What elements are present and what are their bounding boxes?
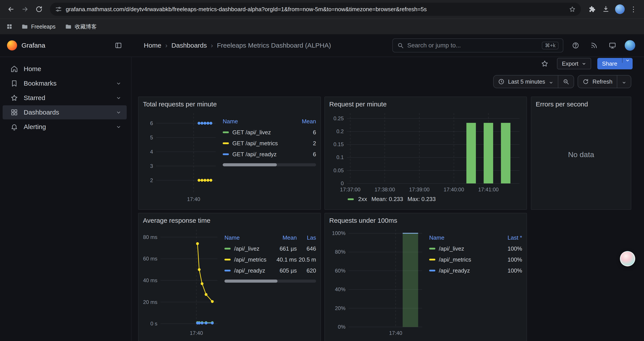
- dashboard-main: Export Share Last 5 minutes: [132, 57, 644, 341]
- panel-title[interactable]: Average response time: [143, 217, 316, 224]
- svg-text:6: 6: [150, 120, 153, 126]
- user-avatar[interactable]: [625, 40, 635, 51]
- search-input[interactable]: [407, 42, 538, 49]
- back-button[interactable]: [4, 3, 18, 16]
- scrollbar-thumb[interactable]: [224, 279, 278, 283]
- scrollbar-thumb[interactable]: [223, 163, 277, 166]
- refresh-interval-dropdown[interactable]: [617, 76, 631, 88]
- legend-series[interactable]: GET /api/_metrics: [223, 140, 293, 147]
- breadcrumb-item[interactable]: Dashboards: [172, 42, 207, 49]
- legend-series[interactable]: GET /api/_readyz: [223, 151, 293, 158]
- legend-series[interactable]: /api/_metrics: [224, 256, 269, 263]
- series-swatch: [348, 198, 354, 200]
- panel-title[interactable]: Requests under 100ms: [329, 217, 522, 224]
- grafana-logo[interactable]: [7, 40, 17, 51]
- chevron-down-icon: [549, 79, 554, 84]
- legend-row: /api/_livez100%: [429, 243, 522, 254]
- legend-series[interactable]: /api/_livez: [224, 245, 269, 252]
- monitor-icon[interactable]: [606, 39, 618, 52]
- refresh-button[interactable]: Refresh: [578, 76, 617, 88]
- legend-col-name[interactable]: Name: [429, 234, 501, 241]
- extensions-icon[interactable]: [585, 3, 598, 16]
- sidebar-item-label: Bookmarks: [24, 80, 110, 87]
- svg-text:5: 5: [150, 135, 153, 140]
- rss-icon[interactable]: [588, 39, 600, 52]
- legend-row: GET /api/_metrics2: [223, 138, 316, 149]
- svg-text:17:40: 17:40: [187, 196, 200, 202]
- legend-value: 100%: [501, 245, 522, 252]
- brand-label: Grafana: [22, 42, 108, 49]
- legend-col-name[interactable]: Name: [224, 234, 269, 241]
- legend-col-name[interactable]: Name: [223, 118, 293, 125]
- svg-text:0.2: 0.2: [336, 128, 344, 134]
- chevron-down-icon[interactable]: [116, 124, 122, 130]
- legend-col[interactable]: Mean: [269, 234, 297, 241]
- sidebar-item-bookmarks[interactable]: Bookmarks: [3, 76, 127, 90]
- timeseries-chart[interactable]: 80 ms60 ms40 ms20 ms0 s17:40: [143, 227, 220, 337]
- legend-series[interactable]: /api/_metrics: [429, 256, 501, 263]
- legend-series-name[interactable]: 2xx: [358, 196, 367, 203]
- svg-text:0: 0: [341, 180, 344, 186]
- legend-col[interactable]: Las: [297, 234, 316, 241]
- legend-inline[interactable]: 2xx Mean: 0.233 Max: 0.233: [329, 196, 522, 203]
- dashboard-actions: Export Share: [132, 57, 644, 70]
- chevron-down-icon[interactable]: [116, 81, 122, 86]
- download-icon[interactable]: [599, 3, 612, 16]
- search-box[interactable]: ⌘+k: [392, 38, 563, 53]
- breadcrumb-item[interactable]: Home: [144, 42, 161, 49]
- chevron-down-icon[interactable]: [116, 95, 122, 101]
- sidebar-item-alerting[interactable]: Alerting: [3, 120, 127, 134]
- site-settings-icon[interactable]: [55, 6, 62, 13]
- legend-scrollbar[interactable]: [224, 279, 316, 283]
- legend-col[interactable]: Mean: [293, 118, 316, 125]
- legend-series[interactable]: GET /api/_livez: [223, 129, 293, 136]
- breadcrumb: Home›Dashboards›Freeleaps Metrics Dashbo…: [144, 42, 331, 49]
- legend-row: /api/_livez661 µs646: [224, 243, 316, 254]
- sidebar-item-starred[interactable]: Starred: [3, 91, 127, 105]
- bar-chart[interactable]: 0.250.20.150.10.05017:37:0017:38:0017:39…: [329, 111, 522, 194]
- share-button[interactable]: Share: [597, 58, 632, 69]
- legend-scrollbar[interactable]: [223, 163, 316, 166]
- menu-kebab-icon[interactable]: ⋮: [627, 5, 640, 14]
- bookmark-star-icon[interactable]: [569, 6, 576, 13]
- forward-button[interactable]: [18, 3, 32, 16]
- export-button[interactable]: Export: [557, 58, 591, 69]
- dashboard-canvas: Total requests per minute 6543217:40 Nam…: [132, 91, 644, 341]
- panel-title[interactable]: Request per minute: [329, 101, 522, 108]
- bookmark-item[interactable]: Freeleaps: [22, 23, 56, 30]
- share-dropdown[interactable]: [622, 58, 632, 63]
- url-text[interactable]: grafana.mathmast.com/d/deytv4rwavabkb/fr…: [66, 6, 565, 13]
- reload-button[interactable]: [32, 3, 46, 16]
- refresh-label: Refresh: [592, 78, 612, 85]
- search-icon: [397, 42, 404, 49]
- bar-chart[interactable]: 100%80%60%40%20%0%17:40: [329, 227, 425, 337]
- time-range-picker[interactable]: Last 5 minutes: [494, 76, 558, 88]
- help-icon[interactable]: [570, 39, 582, 52]
- zoom-out-button[interactable]: [558, 76, 574, 88]
- address-bar[interactable]: grafana.mathmast.com/d/deytv4rwavabkb/fr…: [50, 3, 581, 16]
- favorite-star-icon[interactable]: [538, 58, 551, 70]
- svg-text:0.15: 0.15: [334, 141, 344, 147]
- legend-value: 2: [293, 140, 316, 147]
- legend-series[interactable]: /api/_readyz: [224, 267, 269, 274]
- sidebar-nav: HomeBookmarksStarredDashboardsAlerting: [0, 57, 132, 341]
- apps-grid-icon[interactable]: [6, 23, 13, 30]
- breadcrumb-item[interactable]: Freeleaps Metrics Dashboard (ALPHA): [217, 42, 331, 49]
- legend-col[interactable]: Last *: [501, 234, 522, 241]
- profile-avatar[interactable]: [613, 3, 626, 16]
- sidebar-item-home[interactable]: Home: [3, 62, 127, 76]
- dock-menu-icon[interactable]: [112, 39, 124, 52]
- timeseries-chart[interactable]: 6543217:40: [143, 111, 218, 204]
- legend-table: NameMeanLas/api/_livez661 µs646/api/_met…: [220, 227, 316, 283]
- chevron-down-icon[interactable]: [116, 110, 122, 115]
- sidebar-header: Grafana: [0, 39, 132, 52]
- svg-text:0.05: 0.05: [334, 167, 344, 173]
- bookmark-item[interactable]: 收藏博客: [65, 23, 97, 30]
- panel-title[interactable]: Errors per second: [536, 101, 626, 108]
- assistant-avatar[interactable]: [620, 251, 635, 266]
- panel-title[interactable]: Total requests per minute: [143, 101, 316, 108]
- legend-series[interactable]: /api/_readyz: [429, 267, 501, 274]
- svg-text:100%: 100%: [332, 230, 346, 236]
- sidebar-item-dashboards[interactable]: Dashboards: [3, 105, 127, 119]
- legend-series[interactable]: /api/_livez: [429, 245, 501, 252]
